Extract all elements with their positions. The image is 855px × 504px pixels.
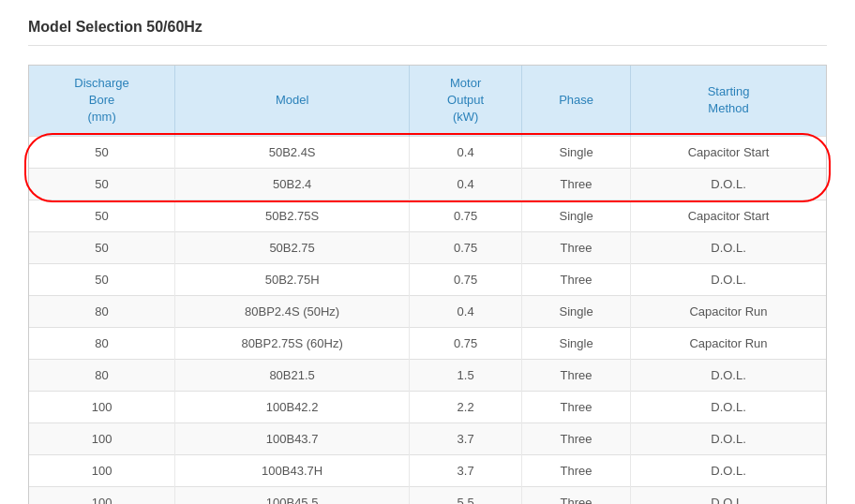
cell-starting: Capacitor Start (631, 136, 826, 168)
cell-model: 50B2.4 (175, 168, 410, 200)
cell-model: 50B2.75S (175, 200, 410, 231)
cell-starting: D.O.L. (631, 168, 826, 200)
table-row: 5050B2.4S0.4SingleCapacitor Start (29, 136, 826, 168)
cell-starting: Capacitor Run (631, 295, 826, 327)
table-row: 5050B2.75H0.75ThreeD.O.L. (29, 263, 826, 295)
table-row: 100100B43.73.7ThreeD.O.L. (29, 422, 826, 454)
cell-phase: Three (522, 454, 631, 486)
cell-output: 3.7 (410, 454, 522, 486)
cell-starting: D.O.L. (631, 454, 826, 486)
model-selection-table: DischargeBore(mm) Model MotorOutput(kW) … (29, 66, 826, 504)
table-row: 8080BP2.75S (60Hz)0.75SingleCapacitor Ru… (29, 327, 826, 359)
cell-model: 100B43.7 (175, 422, 410, 454)
table-body: 5050B2.4S0.4SingleCapacitor Start5050B2.… (29, 136, 826, 504)
cell-bore: 80 (29, 359, 175, 391)
cell-phase: Single (522, 295, 631, 327)
table-row: 5050B2.40.4ThreeD.O.L. (29, 168, 826, 200)
cell-phase: Three (522, 168, 631, 200)
table-row: 5050B2.750.75ThreeD.O.L. (29, 231, 826, 263)
cell-bore: 100 (29, 454, 175, 486)
cell-phase: Single (522, 327, 631, 359)
cell-model: 100B45.5 (175, 486, 410, 504)
cell-bore: 80 (29, 327, 175, 359)
cell-phase: Three (522, 263, 631, 295)
table-wrapper: DischargeBore(mm) Model MotorOutput(kW) … (28, 65, 827, 504)
cell-output: 1.5 (410, 359, 522, 391)
table-row: 8080BP2.4S (50Hz)0.4SingleCapacitor Run (29, 295, 826, 327)
cell-phase: Single (522, 200, 631, 231)
cell-bore: 50 (29, 231, 175, 263)
cell-phase: Three (522, 359, 631, 391)
header-model: Model (175, 66, 410, 136)
cell-starting: D.O.L. (631, 263, 826, 295)
cell-starting: D.O.L. (631, 422, 826, 454)
cell-output: 5.5 (410, 486, 522, 504)
cell-starting: D.O.L. (631, 359, 826, 391)
cell-output: 0.75 (410, 263, 522, 295)
cell-bore: 100 (29, 486, 175, 504)
cell-starting: Capacitor Run (631, 327, 826, 359)
cell-output: 0.4 (410, 168, 522, 200)
cell-bore: 50 (29, 263, 175, 295)
header-output: MotorOutput(kW) (410, 66, 522, 136)
header-row: DischargeBore(mm) Model MotorOutput(kW) … (29, 66, 826, 136)
cell-model: 100B42.2 (175, 391, 410, 422)
table-row: 100100B42.22.2ThreeD.O.L. (29, 391, 826, 422)
cell-starting: D.O.L. (631, 231, 826, 263)
cell-phase: Three (522, 486, 631, 504)
cell-output: 0.75 (410, 200, 522, 231)
cell-output: 0.75 (410, 231, 522, 263)
cell-bore: 50 (29, 136, 175, 168)
cell-starting: D.O.L. (631, 391, 826, 422)
cell-bore: 80 (29, 295, 175, 327)
header-starting: StartingMethod (631, 66, 826, 136)
table-outer: DischargeBore(mm) Model MotorOutput(kW) … (28, 65, 827, 504)
cell-bore: 100 (29, 422, 175, 454)
cell-starting: D.O.L. (631, 486, 826, 504)
cell-output: 0.4 (410, 136, 522, 168)
cell-model: 50B2.75 (175, 231, 410, 263)
cell-model: 100B43.7H (175, 454, 410, 486)
table-row: 100100B43.7H3.7ThreeD.O.L. (29, 454, 826, 486)
cell-output: 0.4 (410, 295, 522, 327)
table-row: 100100B45.55.5ThreeD.O.L. (29, 486, 826, 504)
cell-bore: 100 (29, 391, 175, 422)
cell-phase: Three (522, 422, 631, 454)
table-row: 5050B2.75S0.75SingleCapacitor Start (29, 200, 826, 231)
cell-output: 2.2 (410, 391, 522, 422)
cell-phase: Single (522, 136, 631, 168)
cell-model: 50B2.75H (175, 263, 410, 295)
cell-model: 80BP2.75S (60Hz) (175, 327, 410, 359)
cell-bore: 50 (29, 168, 175, 200)
cell-output: 0.75 (410, 327, 522, 359)
cell-output: 3.7 (410, 422, 522, 454)
cell-phase: Three (522, 391, 631, 422)
header-bore: DischargeBore(mm) (29, 66, 175, 136)
cell-model: 80BP2.4S (50Hz) (175, 295, 410, 327)
table-header: DischargeBore(mm) Model MotorOutput(kW) … (29, 66, 826, 136)
page-title: Model Selection 50/60Hz (28, 19, 827, 46)
page-container: Model Selection 50/60Hz DischargeBore(mm… (0, 0, 855, 504)
table-row: 8080B21.51.5ThreeD.O.L. (29, 359, 826, 391)
cell-model: 80B21.5 (175, 359, 410, 391)
header-phase: Phase (522, 66, 631, 136)
cell-starting: Capacitor Start (631, 200, 826, 231)
cell-model: 50B2.4S (175, 136, 410, 168)
cell-bore: 50 (29, 200, 175, 231)
cell-phase: Three (522, 231, 631, 263)
